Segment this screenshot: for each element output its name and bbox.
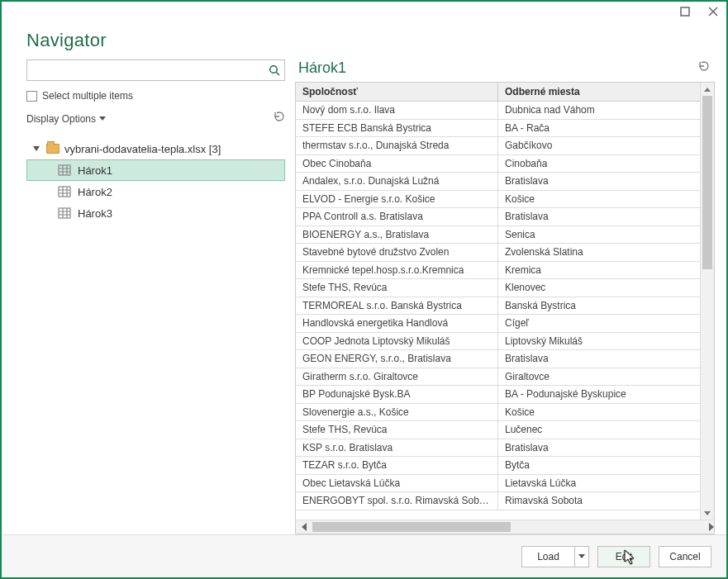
svg-rect-4 (59, 208, 70, 218)
scroll-up-icon[interactable] (701, 83, 714, 96)
table-cell: GEON ENERGY, s.r.o., Bratislava (296, 350, 498, 368)
cancel-button[interactable]: Cancel (659, 546, 711, 567)
scroll-right-icon[interactable] (697, 523, 714, 531)
table-cell: Obec Lietavská Lúčka (296, 475, 498, 492)
svg-point-1 (270, 66, 278, 74)
table-row[interactable]: Stavebné bytové družstvo ZvolenZvolenská… (296, 244, 700, 262)
table-row[interactable]: TEZAR s.r.o. BytčaBytča (296, 457, 700, 475)
preview-table-wrap: SpoločnosťOdberné miesta Nový dom s.r.o.… (295, 82, 715, 520)
table-row[interactable]: Slovenergie a.s., KošiceKošice (296, 404, 700, 422)
chevron-down-icon (99, 116, 106, 121)
table-row[interactable]: KSP s.r.o. BratislavaBratislava (296, 439, 700, 458)
table-row[interactable]: Obec CinobaňaCinobaňa (296, 155, 700, 173)
multi-select-row[interactable]: Select multiple items (26, 88, 285, 102)
table-cell: Giratherm s.r.o. Giraltovce (296, 368, 498, 386)
load-dropdown-button[interactable] (574, 546, 589, 567)
table-row[interactable]: Kremnické tepel.hosp.s.r.o.KremnicaKremi… (296, 262, 700, 280)
table-cell: Rimavská Sobota (498, 492, 701, 510)
table-cell: BA - Rača (498, 120, 701, 137)
table-cell: BIOENERGY a.s., Bratislava (296, 226, 498, 244)
sheet-icon (58, 186, 71, 197)
sheet-item[interactable]: Hárok2 (26, 181, 285, 202)
column-header[interactable]: Spoločnosť (296, 83, 498, 102)
table-cell: Liptovský Mikuláš (498, 333, 701, 350)
sheet-item[interactable]: Hárok3 (26, 202, 285, 224)
table-cell: TEZAR s.r.o. Bytča (296, 457, 498, 474)
table-row[interactable]: GEON ENERGY, s.r.o., BratislavaBratislav… (296, 350, 700, 368)
chevron-down-icon (33, 146, 40, 151)
table-row[interactable]: Giratherm s.r.o. GiraltovceGiraltovce (296, 368, 700, 387)
table-cell: ELVOD - Energie s.r.o. Košice (296, 191, 498, 208)
table-cell: Kremnické tepel.hosp.s.r.o.Kremnica (296, 262, 498, 279)
table-cell: Giraltovce (498, 368, 701, 386)
table-row[interactable]: TERMOREAL s.r.o. Banská BystricaBanská B… (296, 297, 700, 316)
table-cell: BA - Podunajské Byskupice (498, 386, 701, 403)
maximize-button[interactable] (678, 5, 692, 18)
table-row[interactable]: ELVOD - Energie s.r.o. KošiceKošice (296, 191, 700, 209)
table-row[interactable]: Stefe THS, RevúcaKlenovec (296, 279, 700, 297)
vertical-scrollbar[interactable] (700, 83, 714, 520)
tree-file-node[interactable]: vybrani-dodavatelia-tepla.xlsx [3] (26, 138, 285, 159)
table-cell: Bratislava (498, 439, 701, 457)
table-row[interactable]: Nový dom s.r.o. IlavaDubnica nad Váhom (296, 102, 700, 120)
folder-icon (46, 144, 59, 154)
table-cell: Cinobaňa (498, 155, 701, 173)
table-row[interactable]: BP Podunajské Bysk.BABA - Podunajské Bys… (296, 386, 700, 404)
hscroll-thumb[interactable] (312, 522, 511, 532)
checkbox-icon[interactable] (26, 91, 37, 102)
refresh-icon[interactable] (272, 111, 285, 126)
display-options-dropdown[interactable]: Display Options (26, 113, 106, 125)
load-button[interactable]: Load (521, 546, 574, 567)
preview-title: Hárok1 (298, 59, 346, 77)
sheet-label: Hárok2 (78, 186, 112, 198)
table-cell: Dubnica nad Váhom (498, 102, 701, 119)
table-cell: Bytča (498, 457, 701, 474)
dialog-title: Navigator (26, 30, 702, 51)
table-cell: STEFE ECB Banská Bystrica (296, 120, 498, 137)
svg-rect-3 (59, 187, 70, 197)
sheet-item[interactable]: Hárok1 (26, 159, 285, 181)
table-row[interactable]: STEFE ECB Banská BystricaBA - Rača (296, 120, 700, 138)
load-button-group: Load (521, 546, 589, 567)
table-cell: Bratislava (498, 350, 701, 368)
table-row[interactable]: Andalex, s.r.o. Dunajská LužnáBratislava (296, 173, 700, 191)
table-cell: Lučenec (498, 421, 701, 439)
search-input[interactable] (27, 64, 264, 76)
edit-button[interactable]: Edit (597, 546, 650, 567)
file-label: vybrani-dodavatelia-tepla.xlsx [3] (64, 143, 221, 155)
table-row[interactable]: ENERGOBYT spol. s.r.o. Rimavská SobotaRi… (296, 492, 700, 510)
close-button[interactable] (707, 5, 720, 18)
navigator-dialog: Navigator Select multiple items Display … (0, 0, 728, 579)
svg-rect-2 (59, 165, 70, 175)
table-cell: Klenovec (498, 279, 701, 297)
column-header[interactable]: Odberné miesta (498, 83, 701, 102)
search-box[interactable] (26, 59, 285, 81)
table-cell: Zvolenská Slatina (498, 244, 701, 261)
refresh-preview-icon[interactable] (697, 60, 710, 77)
scroll-left-icon[interactable] (296, 523, 312, 531)
table-cell: Andalex, s.r.o. Dunajská Lužná (296, 173, 498, 190)
search-icon[interactable] (264, 64, 284, 76)
table-row[interactable]: Stefe THS, RevúcaLučenec (296, 421, 700, 439)
table-row[interactable]: BIOENERGY a.s., BratislavaSenica (296, 226, 700, 244)
chevron-down-icon (578, 554, 585, 558)
sheet-label: Hárok3 (78, 207, 112, 220)
table-row[interactable]: thermstav s.r.o., Dunajská StredaGabčíko… (296, 137, 700, 155)
table-cell: Nový dom s.r.o. Ilava (296, 102, 498, 119)
source-tree: vybrani-dodavatelia-tepla.xlsx [3] Hárok… (26, 135, 285, 224)
preview-table: SpoločnosťOdberné miesta (296, 83, 700, 102)
header: Navigator (2, 25, 726, 59)
table-row[interactable]: Handlovská energetika HandlováCígeľ (296, 315, 700, 333)
table-row[interactable]: COOP Jednota Liptovský MikulášLiptovský … (296, 333, 700, 351)
table-cell: Handlovská energetika Handlová (296, 315, 498, 332)
horizontal-scrollbar[interactable] (295, 520, 715, 534)
table-row[interactable]: Obec Lietavská LúčkaLietavská Lúčka (296, 475, 700, 493)
table-cell: ENERGOBYT spol. s.r.o. Rimavská Sobota (296, 492, 498, 510)
table-cell: Kremica (498, 262, 701, 279)
footer: Load Edit Cancel (2, 534, 726, 577)
table-row[interactable]: PPA Controll a.s. BratislavaBratislava (296, 208, 700, 226)
scroll-down-icon[interactable] (701, 506, 714, 520)
scroll-thumb[interactable] (702, 96, 712, 269)
table-cell: Gabčíkovo (498, 137, 701, 154)
display-options-label: Display Options (26, 113, 96, 125)
